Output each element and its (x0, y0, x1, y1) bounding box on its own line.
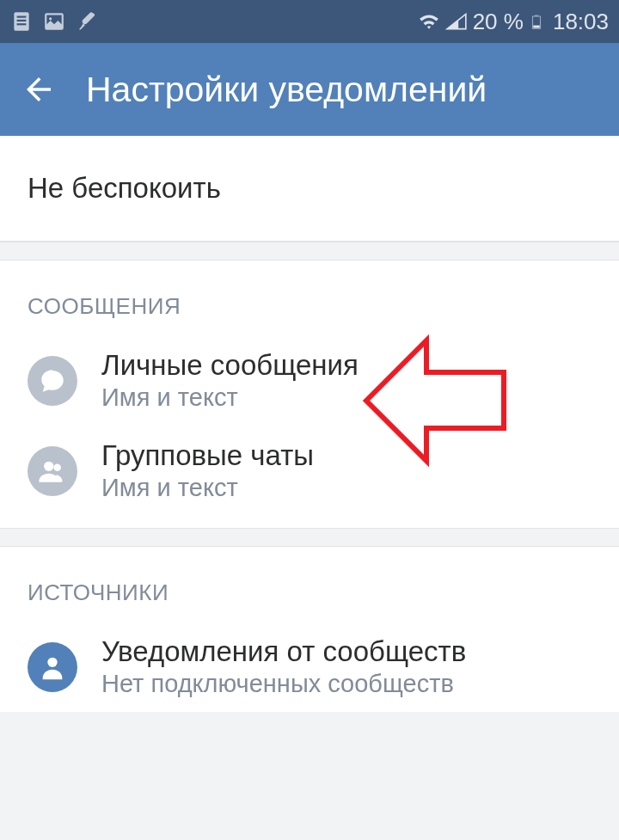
item-primary: Групповые чаты (101, 439, 314, 472)
item-secondary: Имя и текст (101, 383, 359, 412)
svg-rect-8 (533, 26, 540, 28)
app-header: Настройки уведомлений (0, 43, 619, 136)
item-texts: Личные сообщения Имя и текст (101, 349, 359, 412)
battery-icon (529, 9, 544, 34)
page-title: Настройки уведомлений (86, 70, 487, 110)
back-button[interactable] (17, 68, 60, 111)
item-secondary: Имя и текст (101, 474, 314, 502)
item-primary: Личные сообщения (101, 349, 359, 382)
wifi-icon (418, 10, 440, 33)
status-bar: 20 % 18:03 (0, 0, 619, 43)
messages-section: СООБЩЕНИЯ Личные сообщения Имя и текст Г… (0, 261, 619, 528)
messages-section-header: СООБЩЕНИЯ (0, 261, 619, 335)
item-texts: Групповые чаты Имя и текст (101, 439, 314, 502)
svg-rect-2 (17, 20, 27, 21)
svg-rect-7 (535, 15, 539, 17)
group-icon (28, 446, 77, 496)
signal-icon (445, 10, 468, 33)
chat-bubble-icon (28, 356, 77, 406)
svg-rect-3 (17, 23, 27, 25)
community-notifications-row[interactable]: Уведомления от сообществ Нет подключенны… (0, 622, 619, 712)
status-left-icons (10, 10, 98, 33)
sources-section-header: ИСТОЧНИКИ (0, 547, 619, 622)
do-not-disturb-row[interactable]: Не беспокоить (0, 136, 619, 242)
arrow-back-icon (21, 71, 57, 107)
item-primary: Уведомления от сообществ (101, 635, 466, 668)
battery-percent: 20 % (473, 9, 524, 35)
brush-icon (76, 10, 98, 33)
do-not-disturb-label: Не беспокоить (28, 172, 221, 204)
image-icon (43, 10, 65, 33)
clock: 18:03 (553, 9, 609, 35)
svg-point-10 (53, 463, 61, 471)
svg-point-9 (44, 461, 53, 470)
person-icon (28, 642, 77, 692)
svg-point-11 (47, 657, 57, 666)
sources-section: ИСТОЧНИКИ Уведомления от сообществ Нет п… (0, 547, 619, 712)
document-icon (10, 10, 33, 33)
group-chats-row[interactable]: Групповые чаты Имя и текст (0, 426, 619, 528)
private-messages-row[interactable]: Личные сообщения Имя и текст (0, 335, 619, 426)
item-secondary: Нет подключенных сообществ (101, 670, 466, 698)
status-right-icons: 20 % 18:03 (418, 9, 609, 35)
item-texts: Уведомления от сообществ Нет подключенны… (101, 635, 466, 698)
divider (0, 242, 619, 261)
divider (0, 528, 619, 547)
svg-point-5 (49, 17, 52, 20)
svg-rect-1 (17, 16, 27, 18)
